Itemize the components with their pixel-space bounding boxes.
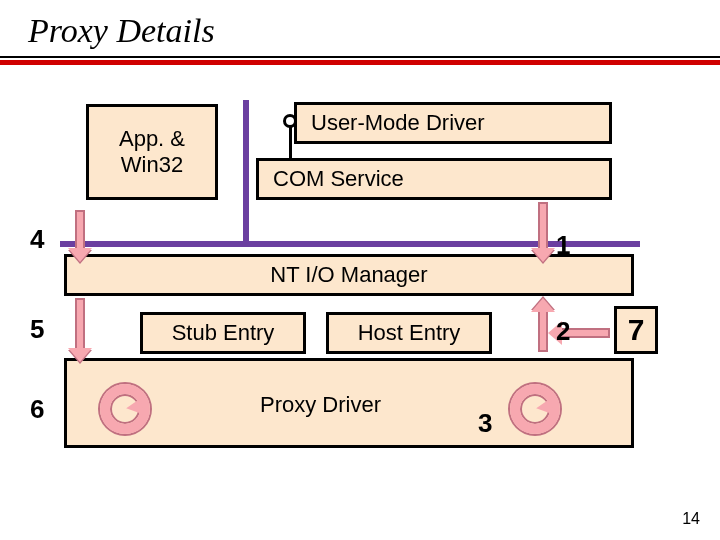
arrow-4	[75, 210, 85, 250]
slide-number: 14	[682, 510, 700, 528]
arrow-1	[538, 202, 548, 250]
label-5: 5	[30, 314, 44, 345]
lollipop-ball-icon	[283, 114, 297, 128]
label-1: 1	[556, 230, 570, 261]
box-app-win32-label: App. & Win32	[119, 126, 185, 178]
arrow-2-up	[538, 310, 548, 352]
box-app-win32: App. & Win32	[86, 104, 218, 200]
box-host-entry-label: Host Entry	[358, 320, 461, 346]
box-user-mode-driver-label: User-Mode Driver	[311, 110, 485, 136]
title-underline-red	[0, 60, 720, 65]
box-host-entry: Host Entry	[326, 312, 492, 354]
label-6: 6	[30, 394, 44, 425]
box-com-service: COM Service	[256, 158, 612, 200]
connector-purple-vertical	[243, 100, 249, 245]
box-num-7: 7	[614, 306, 658, 354]
label-2: 2	[556, 316, 570, 347]
box-user-mode-driver: User-Mode Driver	[294, 102, 612, 144]
box-stub-entry-label: Stub Entry	[172, 320, 275, 346]
arrow-5	[75, 298, 85, 350]
box-proxy-driver-label: Proxy Driver	[260, 392, 381, 418]
box-nt-io-manager-label: NT I/O Manager	[270, 262, 427, 288]
loop-left-icon	[100, 384, 150, 434]
loop-right-icon	[510, 384, 560, 434]
label-4: 4	[30, 224, 44, 255]
label-3: 3	[478, 408, 492, 439]
box-stub-entry: Stub Entry	[140, 312, 306, 354]
slide: Proxy Details App. & Win32 COM Service U…	[0, 0, 720, 540]
label-7: 7	[628, 313, 645, 347]
title-underline-black	[0, 56, 720, 58]
box-com-service-label: COM Service	[273, 166, 404, 192]
connector-purple-horizontal	[60, 241, 640, 247]
page-title: Proxy Details	[28, 12, 215, 50]
